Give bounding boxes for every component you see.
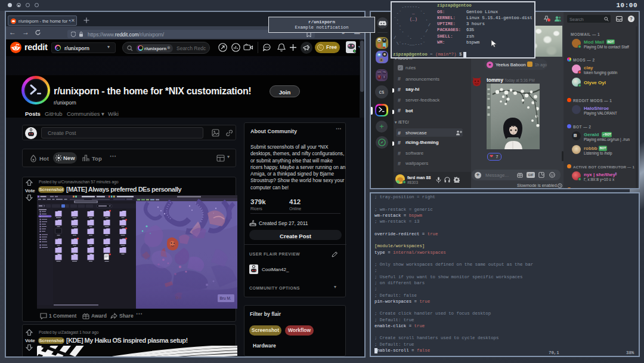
svg-text:Bru M.: Bru M.: [220, 296, 231, 300]
